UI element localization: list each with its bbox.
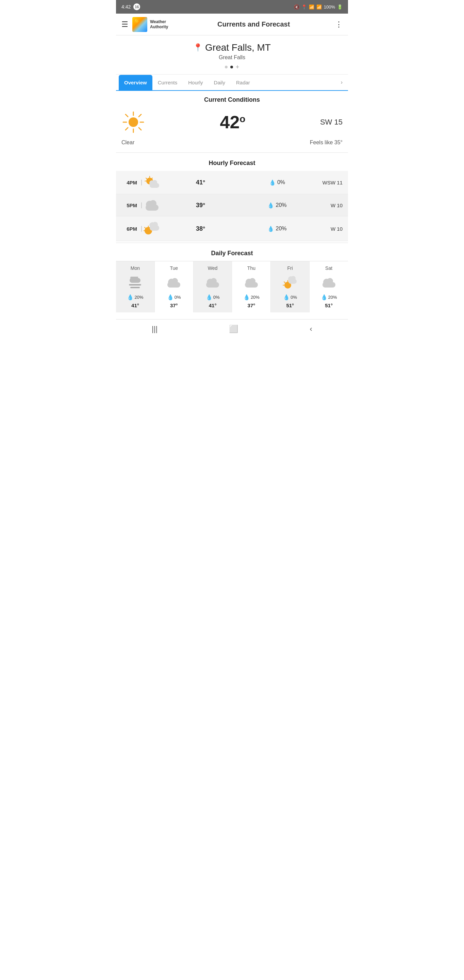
location-header: 📍 Great Falls, MT Great Falls +: [116, 35, 348, 75]
daily-icon-thu: [234, 274, 269, 291]
location-icon: 📍: [301, 5, 307, 10]
hour-wind-5pm: W 10: [315, 202, 343, 208]
mute-icon: 🔇: [294, 5, 299, 10]
hour-temp-4pm: 41°: [162, 179, 239, 186]
hourly-forecast-section: Hourly Forecast 4PM 41° 💧 0% WSW 11 5PM: [116, 154, 348, 241]
svg-line-44: [284, 282, 285, 283]
wifi-icon: 📶: [309, 5, 314, 10]
svg-point-48: [291, 276, 296, 281]
hourly-row-6pm: 6PM 38° 💧 20% W 10: [116, 216, 348, 241]
svg-line-7: [126, 127, 128, 130]
daily-precip-mon: 💧 20%: [118, 294, 153, 301]
day-label-fri: Fri: [272, 266, 308, 271]
hour-precip-4pm: 💧 0%: [239, 179, 315, 186]
daily-col-tue: Tue 💧 0% 37°: [155, 261, 194, 312]
section-divider-1: [116, 153, 348, 153]
daily-col-fri: Fri 💧 0% 51°: [271, 261, 310, 312]
day-label-sat: Sat: [311, 266, 346, 271]
hour-precip-6pm: 💧 20%: [239, 226, 315, 232]
svg-line-23: [145, 227, 146, 228]
day-label-tue: Tue: [156, 266, 192, 271]
daily-icon-fri: [272, 274, 308, 291]
app-logo: Weather Authority: [132, 17, 168, 32]
daily-temp-sat: 51°: [311, 302, 346, 308]
page-dots: +: [121, 64, 343, 70]
hour-precip-5pm: 💧 20%: [239, 202, 315, 208]
svg-rect-31: [130, 287, 140, 288]
dot-2: [230, 66, 233, 68]
drop-icon: 💧: [167, 294, 174, 301]
hour-label-4pm: 4PM: [121, 180, 142, 185]
tab-currents[interactable]: Currents: [153, 75, 183, 90]
svg-point-51: [327, 278, 333, 284]
svg-point-19: [150, 200, 156, 207]
daily-temp-thu: 37°: [234, 302, 269, 308]
navigation-tabs: Overview Currents Hourly Daily Radar ›: [116, 75, 348, 91]
tab-hourly[interactable]: Hourly: [183, 75, 208, 90]
hour-icon-6pm: [142, 221, 162, 236]
tab-daily[interactable]: Daily: [208, 75, 230, 90]
svg-point-16: [153, 180, 157, 185]
svg-point-8: [129, 118, 138, 127]
condition-label: Clear: [121, 140, 134, 146]
daily-temp-wed: 41°: [195, 302, 230, 308]
current-conditions-title: Current Conditions: [121, 91, 343, 108]
daily-temp-fri: 51°: [272, 302, 308, 308]
hourly-forecast-title: Hourly Forecast: [116, 154, 348, 171]
drop-icon: 💧: [206, 294, 213, 301]
svg-point-26: [153, 222, 158, 227]
location-sub: Great Falls: [121, 54, 343, 60]
hour-wind-4pm: WSW 11: [315, 180, 343, 185]
svg-rect-30: [129, 284, 141, 285]
hour-temp-6pm: 38°: [162, 225, 239, 232]
daily-precip-tue: 💧 0%: [156, 294, 192, 301]
daily-precip-sat: 💧 20%: [311, 294, 346, 301]
svg-point-40: [249, 278, 256, 284]
drop-icon: 💧: [127, 294, 134, 301]
current-main-display: 42o SW 15: [121, 108, 343, 137]
hour-temp-5pm: 39°: [162, 202, 239, 209]
hour-icon-4pm: [142, 176, 162, 189]
day-label-wed: Wed: [195, 266, 230, 271]
section-divider-2: [116, 243, 348, 243]
sun-weather-icon: [121, 110, 145, 134]
time-display: 4:42: [121, 4, 130, 10]
hour-wind-6pm: W 10: [315, 226, 343, 232]
svg-line-6: [139, 115, 141, 117]
nav-menu-button[interactable]: |||: [143, 323, 166, 335]
add-location-icon[interactable]: +: [236, 64, 240, 70]
app-bar: ☰ Weather Authority Currents and Forecas…: [116, 14, 348, 35]
daily-forecast-grid: Mon 💧 20% 41° Tue: [116, 261, 348, 312]
temperature-display: 42o: [220, 112, 245, 132]
current-bottom-row: Clear Feels like 35°: [121, 140, 343, 146]
daily-icon-tue: [156, 274, 192, 291]
tab-radar[interactable]: Radar: [230, 75, 256, 90]
battery-display: 100%: [324, 5, 335, 10]
feels-like-display: Feels like 35°: [310, 140, 343, 146]
hamburger-menu-icon[interactable]: ☰: [121, 20, 128, 29]
svg-line-12: [146, 178, 147, 179]
location-name: 📍 Great Falls, MT: [121, 42, 343, 53]
drop-icon: 💧: [267, 202, 274, 208]
drop-icon: 💧: [267, 226, 274, 232]
pin-icon: 📍: [193, 43, 202, 52]
hour-label-5pm: 5PM: [121, 202, 142, 208]
daily-forecast-section: Daily Forecast Mon 💧 20% 41° Tue: [116, 244, 348, 319]
daily-precip-wed: 💧 0%: [195, 294, 230, 301]
drop-icon: 💧: [283, 294, 290, 301]
svg-line-4: [126, 115, 128, 117]
dot-1: [225, 66, 227, 68]
nav-home-button[interactable]: ⬜: [221, 323, 246, 335]
tab-overview[interactable]: Overview: [119, 75, 153, 90]
tabs-scroll-right-icon[interactable]: ›: [338, 75, 345, 90]
logo-text: Weather Authority: [150, 19, 168, 29]
more-options-icon[interactable]: ⋮: [335, 20, 343, 29]
current-conditions-section: Current Conditions 42o SW 15: [116, 91, 348, 151]
daily-icon-mon: [118, 274, 153, 291]
day-label-mon: Mon: [118, 266, 153, 271]
drop-icon: 💧: [321, 294, 327, 301]
daily-forecast-title: Daily Forecast: [116, 244, 348, 261]
battery-icon: 🔋: [337, 5, 343, 10]
daily-col-mon: Mon 💧 20% 41°: [116, 261, 155, 312]
nav-back-button[interactable]: ‹: [302, 323, 321, 335]
